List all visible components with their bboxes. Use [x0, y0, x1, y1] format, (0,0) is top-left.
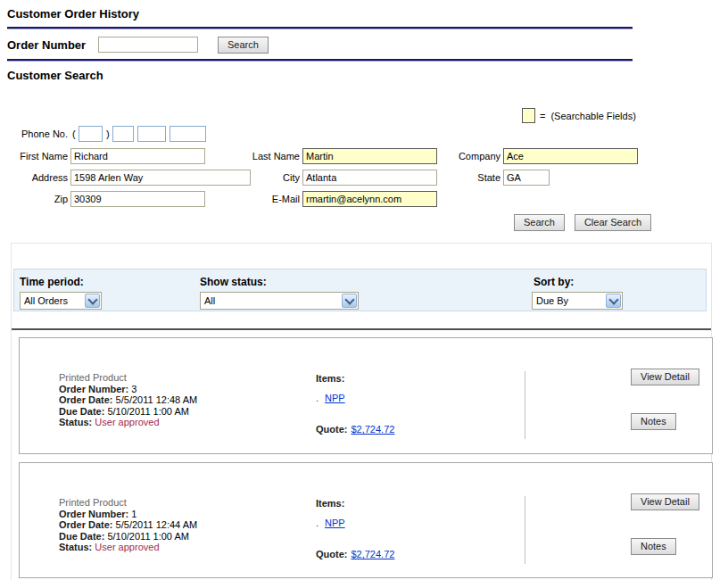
order-card: Printed Product Order Number: 1 Order Da…	[19, 462, 713, 578]
email-input[interactable]	[302, 191, 437, 207]
sort-by-select[interactable]: Due By	[532, 292, 623, 310]
order-card: Printed Product Order Number: 3 Order Da…	[19, 337, 713, 454]
item-row: .NPP	[316, 518, 345, 528]
notes-button[interactable]: Notes	[631, 413, 676, 430]
sort-by-value: Due By	[533, 295, 605, 306]
due-date-line: Due Date: 5/10/2011 1:00 AM	[59, 531, 197, 543]
state-label: State	[418, 172, 500, 183]
order-info: Printed Product Order Number: 3 Order Da…	[59, 372, 197, 428]
item-row: .NPP	[316, 393, 345, 403]
quote-row: Quote:$2,724.72	[316, 424, 394, 435]
quote-label: Quote:	[316, 424, 347, 435]
zip-input[interactable]	[70, 191, 205, 207]
first-name-input[interactable]	[70, 148, 205, 164]
customer-search-button[interactable]: Search	[514, 214, 565, 231]
card-divider	[525, 371, 525, 439]
city-label: City	[212, 172, 300, 183]
phone-area-input[interactable]	[79, 126, 103, 142]
customer-search-form: Phone No. ( ) First Name Last Name Compa…	[7, 126, 721, 242]
header: Customer Order History Order Number Sear…	[7, 7, 721, 82]
phone-part3-input[interactable]	[170, 126, 206, 142]
page-title: Customer Order History	[7, 7, 721, 21]
legend-equals: =	[540, 111, 545, 121]
show-status-value: All	[201, 295, 341, 306]
item-bullet: .	[316, 393, 318, 403]
time-period-label: Time period:	[20, 276, 84, 288]
searchable-swatch-icon	[522, 108, 535, 123]
status-badge: User approved	[95, 542, 159, 552]
state-input[interactable]	[503, 170, 550, 186]
searchable-fields-legend: = (Searchable Fields)	[522, 108, 636, 123]
order-number-search-button[interactable]: Search	[218, 37, 269, 54]
order-number-divider	[7, 59, 633, 62]
status-badge: User approved	[95, 417, 159, 427]
order-date-line: Order Date: 5/5/2011 12:48 AM	[59, 394, 197, 406]
item-bullet: .	[316, 518, 318, 528]
due-date-line: Due Date: 5/10/2011 1:00 AM	[59, 406, 197, 418]
items-label: Items:	[316, 373, 344, 384]
time-period-select[interactable]: All Orders	[20, 292, 102, 310]
show-status-select[interactable]: All	[200, 292, 359, 310]
chevron-down-icon	[85, 294, 100, 308]
product-type: Printed Product	[59, 372, 197, 384]
orders-section-divider	[12, 328, 711, 330]
status-line: Status: User approved	[59, 417, 197, 428]
phone-part1-input[interactable]	[112, 126, 134, 142]
filter-bar: Time period: All Orders Show status: All…	[13, 269, 707, 311]
sort-by-label: Sort by:	[534, 276, 574, 288]
notes-button[interactable]: Notes	[631, 538, 676, 555]
time-period-value: All Orders	[21, 295, 84, 306]
card-divider	[525, 496, 525, 564]
first-name-label: First Name	[7, 151, 68, 162]
show-status-label: Show status:	[200, 276, 267, 288]
item-link[interactable]: NPP	[325, 518, 345, 528]
quote-label: Quote:	[316, 549, 347, 559]
product-type: Printed Product	[59, 497, 197, 509]
customer-order-history-page: Customer Order History Order Number Sear…	[0, 0, 728, 580]
order-number-row: Order Number Search	[7, 31, 721, 58]
header-divider	[7, 27, 633, 29]
email-label: E-Mail	[212, 194, 300, 204]
quote-row: Quote:$2,724.72	[316, 549, 394, 559]
order-number-line: Order Number: 1	[59, 509, 197, 520]
quote-link[interactable]: $2,724.72	[351, 549, 394, 559]
view-detail-button[interactable]: View Detail	[631, 493, 699, 510]
chevron-down-icon	[606, 294, 621, 308]
order-number-input[interactable]	[98, 37, 198, 53]
phone-label: Phone No.	[7, 128, 68, 139]
form-buttons: Search Clear Search	[514, 214, 651, 231]
zip-label: Zip	[7, 194, 68, 204]
chevron-down-icon	[342, 294, 357, 308]
status-line: Status: User approved	[59, 542, 197, 553]
view-detail-button[interactable]: View Detail	[631, 369, 699, 385]
address-label: Address	[7, 172, 68, 183]
items-label: Items:	[316, 498, 344, 509]
clear-search-button[interactable]: Clear Search	[575, 214, 651, 231]
phone-close-paren: )	[106, 128, 110, 139]
order-number-label: Order Number	[7, 38, 98, 52]
legend-text: (Searchable Fields)	[550, 111, 635, 121]
order-number-line: Order Number: 3	[59, 384, 197, 395]
results-wrapper: Time period: All Orders Show status: All…	[11, 243, 712, 580]
phone-open-paren: (	[72, 128, 76, 139]
phone-part2-input[interactable]	[137, 126, 166, 142]
company-input[interactable]	[503, 148, 638, 164]
company-label: Company	[418, 151, 500, 162]
last-name-label: Last Name	[212, 151, 300, 162]
quote-link[interactable]: $2,724.72	[351, 424, 394, 435]
order-date-line: Order Date: 5/5/2011 12:44 AM	[59, 519, 197, 531]
order-info: Printed Product Order Number: 1 Order Da…	[59, 497, 197, 553]
item-link[interactable]: NPP	[325, 393, 345, 403]
customer-search-title: Customer Search	[7, 69, 721, 82]
